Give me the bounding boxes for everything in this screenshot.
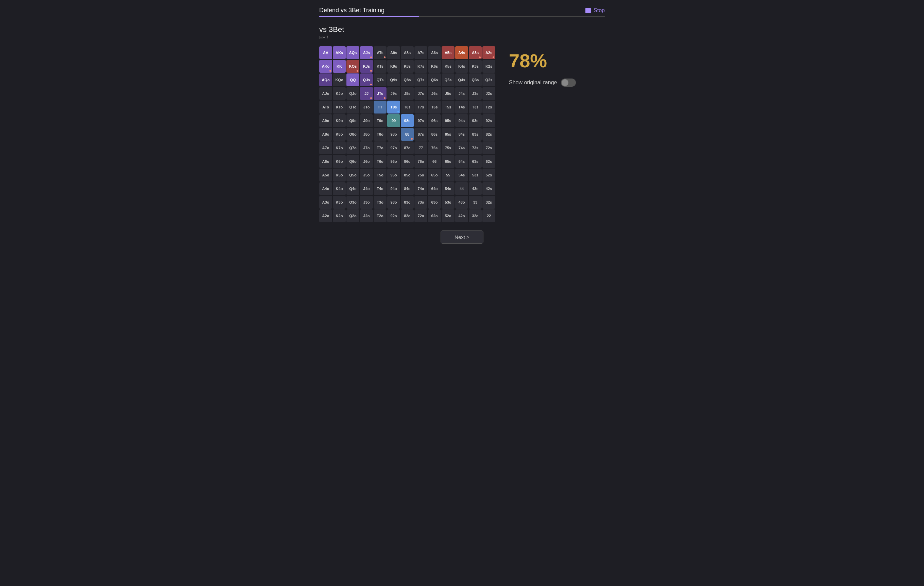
grid-cell[interactable]: 74o: [414, 182, 427, 195]
grid-cell[interactable]: 75o: [414, 168, 427, 182]
show-original-toggle[interactable]: [561, 79, 576, 87]
grid-cell[interactable]: 76s: [428, 141, 441, 154]
grid-cell[interactable]: AKs: [333, 46, 346, 59]
grid-cell[interactable]: T7o: [374, 141, 386, 154]
grid-cell[interactable]: 54s: [455, 168, 468, 182]
grid-cell[interactable]: K8s: [401, 60, 414, 73]
grid-cell[interactable]: T7s: [414, 101, 427, 114]
grid-cell[interactable]: 76o: [414, 155, 427, 168]
grid-cell[interactable]: 86o: [401, 155, 414, 168]
grid-cell[interactable]: J7s: [414, 87, 427, 100]
grid-cell[interactable]: Q9s: [387, 73, 400, 86]
grid-cell[interactable]: 98o: [387, 128, 400, 141]
grid-cell[interactable]: 84o: [401, 182, 414, 195]
grid-cell[interactable]: A7s: [414, 46, 427, 59]
grid-cell[interactable]: T6o: [374, 155, 386, 168]
grid-cell[interactable]: J4s: [455, 87, 468, 100]
grid-cell[interactable]: 63s: [469, 155, 482, 168]
grid-cell[interactable]: Q7s: [414, 73, 427, 86]
grid-cell[interactable]: 32o: [469, 210, 482, 222]
grid-cell[interactable]: A3s: [469, 46, 482, 59]
grid-cell[interactable]: Q5o: [346, 168, 359, 182]
grid-cell[interactable]: T6s: [428, 101, 441, 114]
grid-cell[interactable]: K9o: [333, 114, 346, 127]
grid-cell[interactable]: K4s: [455, 60, 468, 73]
grid-cell[interactable]: A2o: [319, 210, 332, 222]
grid-cell[interactable]: Q6o: [346, 155, 359, 168]
grid-cell[interactable]: J7o: [360, 141, 373, 154]
grid-cell[interactable]: K9s: [387, 60, 400, 73]
grid-cell[interactable]: J2s: [482, 87, 495, 100]
grid-cell[interactable]: 42o: [455, 210, 468, 222]
grid-cell[interactable]: 75s: [442, 141, 455, 154]
grid-cell[interactable]: K6o: [333, 155, 346, 168]
grid-cell[interactable]: 54o: [442, 182, 455, 195]
grid-cell[interactable]: 66: [428, 155, 441, 168]
grid-cell[interactable]: ATo: [319, 101, 332, 114]
grid-cell[interactable]: 72o: [414, 210, 427, 222]
grid-cell[interactable]: J4o: [360, 182, 373, 195]
grid-cell[interactable]: 73s: [469, 141, 482, 154]
grid-cell[interactable]: K7o: [333, 141, 346, 154]
grid-cell[interactable]: A4o: [319, 182, 332, 195]
grid-cell[interactable]: AA: [319, 46, 332, 59]
grid-cell[interactable]: 82s: [482, 128, 495, 141]
grid-cell[interactable]: K3s: [469, 60, 482, 73]
grid-cell[interactable]: AJo: [319, 87, 332, 100]
grid-cell[interactable]: Q7o: [346, 141, 359, 154]
grid-cell[interactable]: 43o: [455, 196, 468, 209]
grid-cell[interactable]: 92s: [482, 114, 495, 127]
grid-cell[interactable]: 82o: [401, 210, 414, 222]
grid-cell[interactable]: KTs: [374, 60, 386, 73]
grid-cell[interactable]: K6s: [428, 60, 441, 73]
grid-cell[interactable]: 33: [469, 196, 482, 209]
grid-cell[interactable]: QTo: [346, 101, 359, 114]
grid-cell[interactable]: 94s: [455, 114, 468, 127]
grid-cell[interactable]: A7o: [319, 141, 332, 154]
grid-cell[interactable]: A6s: [428, 46, 441, 59]
grid-cell[interactable]: 84s: [455, 128, 468, 141]
grid-cell[interactable]: Q8o: [346, 128, 359, 141]
grid-cell[interactable]: 98s: [401, 114, 414, 127]
grid-cell[interactable]: AKo: [319, 60, 332, 73]
grid-cell[interactable]: T5o: [374, 168, 386, 182]
grid-cell[interactable]: 55: [442, 168, 455, 182]
grid-cell[interactable]: 73o: [414, 196, 427, 209]
grid-cell[interactable]: K5o: [333, 168, 346, 182]
grid-cell[interactable]: QJo: [346, 87, 359, 100]
grid-cell[interactable]: 83s: [469, 128, 482, 141]
grid-cell[interactable]: KJo: [333, 87, 346, 100]
grid-cell[interactable]: J3o: [360, 196, 373, 209]
grid-cell[interactable]: J5s: [442, 87, 455, 100]
grid-cell[interactable]: 96s: [428, 114, 441, 127]
grid-cell[interactable]: KK: [333, 60, 346, 73]
grid-cell[interactable]: Q2o: [346, 210, 359, 222]
grid-cell[interactable]: JTs: [374, 87, 386, 100]
grid-cell[interactable]: JTo: [360, 101, 373, 114]
grid-cell[interactable]: AQs: [346, 46, 359, 59]
next-button[interactable]: Next >: [441, 231, 483, 244]
grid-cell[interactable]: TT: [374, 101, 386, 114]
grid-cell[interactable]: KQo: [333, 73, 346, 86]
grid-cell[interactable]: T5s: [442, 101, 455, 114]
grid-cell[interactable]: 44: [455, 182, 468, 195]
grid-cell[interactable]: 87o: [401, 141, 414, 154]
grid-cell[interactable]: 52s: [482, 168, 495, 182]
grid-cell[interactable]: A9o: [319, 114, 332, 127]
grid-cell[interactable]: 95o: [387, 168, 400, 182]
grid-cell[interactable]: T4o: [374, 182, 386, 195]
grid-cell[interactable]: T4s: [455, 101, 468, 114]
grid-cell[interactable]: T8s: [401, 101, 414, 114]
grid-cell[interactable]: Q5s: [442, 73, 455, 86]
grid-cell[interactable]: 88: [401, 128, 414, 141]
grid-cell[interactable]: 42s: [482, 182, 495, 195]
grid-cell[interactable]: 53s: [469, 168, 482, 182]
grid-cell[interactable]: K2o: [333, 210, 346, 222]
grid-cell[interactable]: A8s: [401, 46, 414, 59]
grid-cell[interactable]: J6o: [360, 155, 373, 168]
grid-cell[interactable]: 72s: [482, 141, 495, 154]
grid-cell[interactable]: J6s: [428, 87, 441, 100]
grid-cell[interactable]: J5o: [360, 168, 373, 182]
grid-cell[interactable]: J2o: [360, 210, 373, 222]
grid-cell[interactable]: 92o: [387, 210, 400, 222]
